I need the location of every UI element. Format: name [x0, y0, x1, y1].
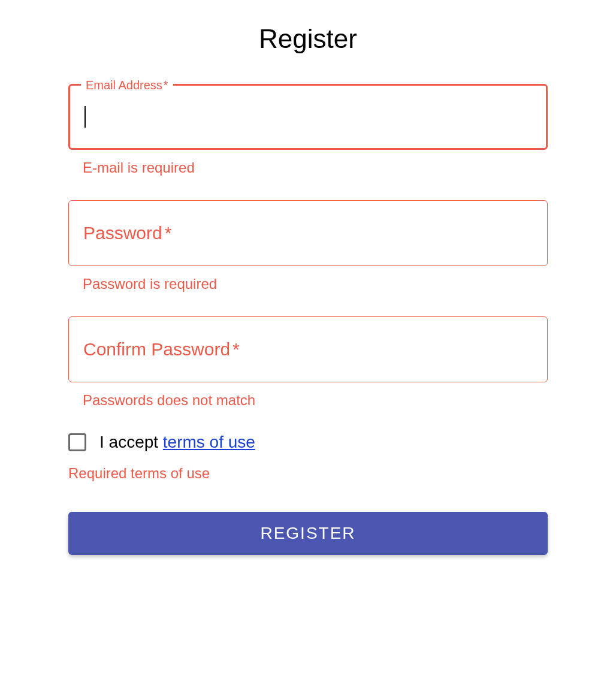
confirm-password-field-wrapper[interactable]: Confirm Password*	[68, 316, 548, 382]
email-error: E-mail is required	[83, 159, 548, 176]
terms-row: I accept terms of use	[68, 433, 548, 452]
register-form-container: Register Email Address* E-mail is requir…	[68, 24, 548, 555]
password-field-wrapper[interactable]: Password*	[68, 200, 548, 266]
confirm-password-error: Passwords does not match	[83, 392, 548, 409]
register-button[interactable]: REGISTER	[68, 512, 548, 555]
terms-link[interactable]: terms of use	[163, 433, 255, 451]
page-title: Register	[68, 24, 548, 54]
password-error: Password is required	[83, 276, 548, 292]
terms-checkbox[interactable]	[68, 433, 86, 451]
terms-label: I accept terms of use	[99, 433, 255, 452]
email-form-group: Email Address* E-mail is required	[68, 84, 548, 176]
email-field-wrapper[interactable]: Email Address*	[68, 84, 548, 150]
password-form-group: Password* Password is required	[68, 200, 548, 292]
confirm-password-form-group: Confirm Password* Passwords does not mat…	[68, 316, 548, 409]
terms-error: Required terms of use	[68, 465, 548, 482]
